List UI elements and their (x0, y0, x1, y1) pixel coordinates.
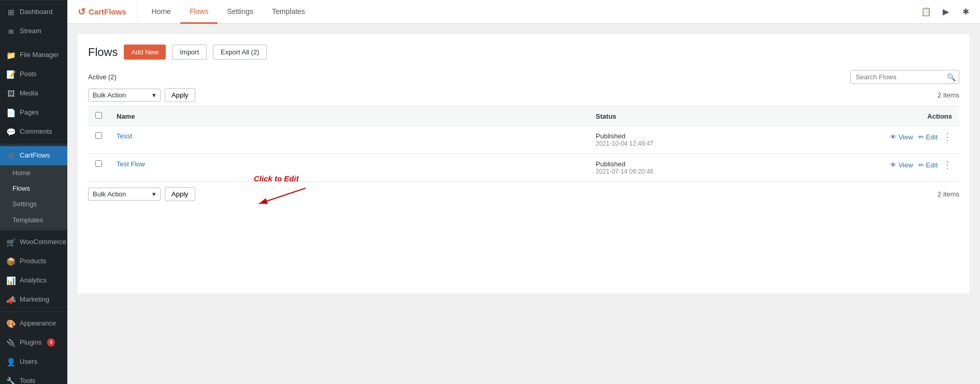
row2-actions: 👁 View ✏ Edit ⋮ (770, 160, 952, 169)
row1-name-link[interactable]: Tesst (117, 132, 132, 140)
flows-table: Name Status Actions Te (88, 106, 959, 182)
analytics-icon: 📊 (6, 275, 16, 286)
sidebar-item-cf-flows[interactable]: Flows (0, 181, 67, 196)
sidebar-item-cf-templates[interactable]: Templates (0, 212, 67, 228)
cf-flows-label: Flows (12, 184, 30, 193)
sidebar-item-cf-settings[interactable]: Settings (0, 196, 67, 212)
woocommerce-icon: 🛒 (6, 237, 16, 248)
row1-more-button[interactable]: ⋮ (943, 132, 952, 141)
row1-check-cell (88, 126, 109, 154)
export-all-button[interactable]: Export All (2) (213, 45, 267, 60)
tab-flows[interactable]: Flows (180, 0, 218, 24)
sidebar-item-file-manager[interactable]: 📁 File Manager (0, 46, 67, 65)
sidebar-item-dashboard[interactable]: ⊞ Dashboard (0, 3, 67, 22)
bulk-action-select[interactable]: Bulk Action ▾ (88, 89, 161, 102)
items-count-bottom: 2 items (938, 190, 959, 198)
sidebar-item-label: Appearance (20, 319, 56, 328)
topbar-star-icon[interactable]: ✱ (956, 3, 975, 21)
sidebar-item-media[interactable]: 🖼 Media (0, 84, 67, 103)
col-header-actions: Actions (762, 107, 959, 126)
row2-actions-cell: 👁 View ✏ Edit ⋮ (762, 154, 959, 182)
sidebar-item-pages[interactable]: 📄 Pages (0, 103, 67, 122)
row2-edit-button[interactable]: ✏ Edit (918, 161, 938, 169)
sidebar-item-products[interactable]: 📦 Products (0, 252, 67, 271)
tools-icon: 🔧 (6, 376, 16, 384)
sidebar-item-label: Pages (20, 108, 39, 117)
filter-tab-active[interactable]: Active (2) (88, 73, 117, 81)
topbar-actions: 📋 ▶ ✱ (917, 3, 980, 21)
topbar-logo[interactable]: ↺ CartFlows (67, 0, 137, 23)
sidebar-item-posts[interactable]: 📝 Posts (0, 65, 67, 84)
sidebar-item-plugins[interactable]: 🔌 Plugins 4 (0, 333, 67, 352)
sidebar-item-label: WooCommerce (20, 237, 66, 247)
tab-templates[interactable]: Templates (263, 0, 314, 24)
bulk-action-chevron: ▾ (152, 91, 156, 99)
topbar: ↺ CartFlows Home Flows Settings Template… (67, 0, 980, 24)
row2-name-link[interactable]: Test Flow (117, 160, 145, 168)
sidebar-item-label: Plugins (20, 338, 42, 347)
row1-actions: 👁 View ✏ Edit ⋮ (770, 132, 952, 141)
view-eye-icon: 👁 (890, 133, 897, 141)
bulk-action-chevron-bottom: ▾ (152, 190, 156, 198)
media-icon: 🖼 (6, 88, 16, 99)
dashboard-icon: ⊞ (6, 7, 16, 18)
sidebar-item-label: CartFlows (20, 151, 50, 160)
sidebar-section-cartflows: ↺ CartFlows Home Flows Settings Template… (0, 144, 67, 230)
sidebar-item-analytics[interactable]: 📊 Analytics (0, 271, 67, 290)
sidebar-item-label: Dashboard (20, 7, 53, 17)
row2-view-button[interactable]: 👁 View (890, 161, 913, 169)
sidebar-item-woocommerce[interactable]: 🛒 WooCommerce (0, 233, 67, 252)
row2-status: Published (596, 160, 755, 168)
sidebar-item-users[interactable]: 👤 Users (0, 352, 67, 372)
cf-home-label: Home (12, 168, 31, 178)
comments-icon: 💬 (6, 126, 16, 137)
row1-checkbox[interactable] (95, 132, 102, 139)
sidebar-item-label: Stream (20, 26, 41, 36)
table-body: Tesst Published 2021-10-04 12:49:47 👁 Vi… (88, 126, 959, 182)
sidebar-item-label: Posts (20, 69, 37, 79)
tab-home[interactable]: Home (142, 0, 180, 24)
marketing-icon: 📣 (6, 294, 16, 305)
sidebar-item-label: Comments (20, 127, 52, 136)
sidebar-item-marketing[interactable]: 📣 Marketing (0, 290, 67, 309)
sidebar-item-cartflows[interactable]: ↺ CartFlows (0, 146, 67, 165)
table-row: Tesst Published 2021-10-04 12:49:47 👁 Vi… (88, 126, 959, 154)
row1-actions-cell: 👁 View ✏ Edit ⋮ (762, 126, 959, 154)
sidebar-item-label: Products (20, 257, 46, 266)
topbar-video-icon[interactable]: ▶ (936, 3, 955, 21)
bulk-action-bottom-left: Bulk Action ▾ Apply (88, 187, 195, 201)
filter-bar-top: Active (2) 🔍 (88, 70, 959, 84)
page-header: Flows Add New Import Export All (2) (88, 45, 959, 60)
row1-view-button[interactable]: 👁 View (890, 133, 913, 141)
row1-edit-button[interactable]: ✏ Edit (918, 133, 938, 141)
bulk-action-select-bottom[interactable]: Bulk Action ▾ (88, 188, 161, 201)
select-all-checkbox[interactable] (95, 112, 102, 119)
sidebar-item-cf-home[interactable]: Home (0, 165, 67, 181)
sidebar-section-admin: 🎨 Appearance 🔌 Plugins 4 👤 Users 🔧 Tools… (0, 311, 67, 384)
content-area: Flows Add New Import Export All (2) Acti… (78, 34, 970, 293)
row2-checkbox[interactable] (95, 160, 102, 167)
sidebar-item-stream[interactable]: ≋ Stream (0, 22, 67, 41)
search-icon[interactable]: 🔍 (947, 73, 956, 81)
sidebar-item-label: Marketing (20, 295, 49, 304)
bulk-apply-button-bottom[interactable]: Apply (165, 187, 195, 201)
row2-more-button[interactable]: ⋮ (943, 160, 952, 169)
topbar-logo-label: CartFlows (89, 7, 126, 16)
sidebar-item-label: Media (20, 89, 38, 98)
tab-settings[interactable]: Settings (218, 0, 263, 24)
topbar-book-icon[interactable]: 📋 (917, 3, 935, 21)
row1-status-cell: Published 2021-10-04 12:49:47 (588, 126, 762, 154)
import-button[interactable]: Import (172, 45, 207, 60)
table-header: Name Status Actions (88, 107, 959, 126)
bulk-bar-bottom: Bulk Action ▾ Apply 2 items (88, 187, 959, 201)
view-eye-icon: 👁 (890, 161, 897, 169)
bulk-apply-button-top[interactable]: Apply (165, 88, 195, 102)
items-count-top: 2 items (938, 91, 959, 99)
col-header-status: Status (588, 107, 762, 126)
add-new-button[interactable]: Add New (124, 45, 166, 60)
sidebar-item-comments[interactable]: 💬 Comments (0, 122, 67, 141)
row1-status: Published (596, 132, 755, 140)
search-flows-input[interactable] (854, 70, 947, 83)
sidebar-item-appearance[interactable]: 🎨 Appearance (0, 314, 67, 333)
sidebar-item-tools[interactable]: 🔧 Tools (0, 372, 67, 384)
